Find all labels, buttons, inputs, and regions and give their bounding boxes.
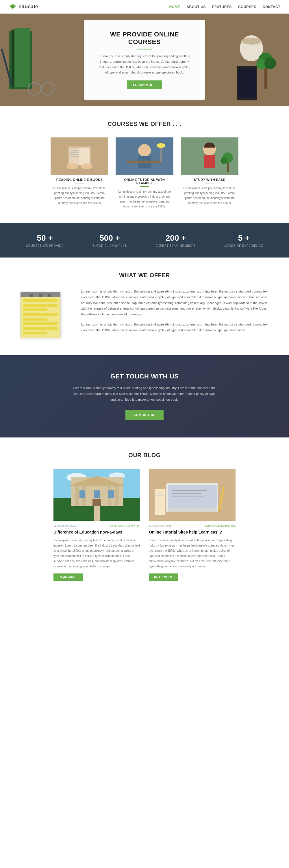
navbar: educate HOME ABOUT US FEATURES COURSES C… [0, 0, 289, 13]
svg-rect-25 [79, 148, 89, 165]
hero-section: WE PROVIDE ONLINE COURSES Lorem ipsum is… [0, 13, 289, 106]
course-card-1: ONLINE TUTORIAL WITH EXAMPLE Lorem ipsum… [116, 137, 173, 209]
blog-img-svg-1 [149, 469, 236, 521]
stat-item-3: 5 + YEARS OF EXPERIENCE [224, 234, 263, 247]
nav-contact[interactable]: CONTACT [263, 5, 280, 9]
svg-point-37 [157, 143, 165, 148]
blog-card-desc-1: Lorem ipsum is simply dummy text of the … [149, 538, 236, 569]
stats-section: 50 + COURSES WE PROVIDE 500 + TUTORIAL E… [0, 223, 289, 257]
svg-rect-56 [94, 490, 100, 498]
offer-paragraph-1: Lorem ipsum is simply dummy text of the … [81, 322, 272, 333]
stat-label-1: TUTORIAL EXAMPLES [93, 244, 127, 247]
blog-read-more-button-1[interactable]: READ MORE [149, 574, 178, 581]
svg-rect-58 [93, 499, 101, 506]
svg-rect-69 [155, 489, 165, 515]
offer-image [17, 289, 69, 341]
notepad-line [24, 304, 58, 307]
course-title-1: ONLINE TUTORIAL WITH EXAMPLE [116, 178, 173, 185]
stat-item-1: 500 + TUTORIAL EXAMPLES [93, 234, 127, 247]
offer-text: Lorem ipsum is simply dummy text of the … [81, 289, 272, 338]
notepad-line [24, 327, 58, 330]
svg-point-30 [67, 163, 78, 169]
notepad-illustration [20, 292, 61, 338]
blog-read-more-button-0[interactable]: READ MORE [53, 574, 83, 581]
course-image-2 [181, 137, 239, 175]
blog-card-title-1: Online Tutorial Sites help Learn easily [149, 529, 236, 535]
blog-img-svg-0 [53, 469, 140, 521]
blog-grid: 11 December, 2015 Lorem Ipsum Dummy Text… [11, 469, 278, 580]
nav-features[interactable]: FEATURES [212, 5, 232, 9]
blog-category-1: Lorem Ipsum Dummy Text [205, 524, 236, 527]
blog-meta-1: 11 December, 2015 Lorem Ipsum Dummy Text [149, 524, 236, 527]
svg-rect-53 [115, 486, 118, 506]
courses-grid: READING ONLINE E-BOOKS Lorem ipsum is si… [11, 137, 278, 209]
notepad-line [24, 322, 58, 325]
nav-courses[interactable]: COURSES [238, 5, 256, 9]
hero-cta-button[interactable]: LEARN MORE [127, 81, 162, 89]
blog-card-0: 11 December, 2015 Lorem Ipsum Dummy Text… [53, 469, 140, 580]
stat-item-2: 200 + EXPERT TEAM MEMBERS [156, 234, 196, 247]
svg-rect-35 [127, 161, 162, 163]
course-divider-2 [205, 183, 214, 183]
svg-rect-24 [69, 148, 79, 165]
course-title-0: READING ONLINE E-BOOKS [50, 178, 108, 181]
course-img-svg-1 [116, 137, 173, 175]
logo[interactable]: educate [9, 3, 38, 10]
nav-links: HOME ABOUT US FEATURES COURSES CONTACT [169, 5, 280, 9]
nav-home[interactable]: HOME [169, 5, 180, 9]
blog-card-title-0: Difference of Education now-a-days [53, 529, 140, 535]
nav-about[interactable]: ABOUT US [186, 5, 206, 9]
course-desc-2: Lorem ipsum is simply dummy text of the … [181, 186, 239, 206]
offer-paragraph-0: Lorem ipsum is simply dummy text of the … [81, 289, 272, 317]
stat-number-3: 5 + [224, 234, 263, 243]
course-card-2: STUDY WITH EASE Lorem ipsum is simply du… [181, 137, 239, 209]
offer-title: WHAT WE OFFER [17, 272, 272, 279]
touch-section: GET TOUCH WITH US Lorem ipsum is simply … [0, 355, 289, 437]
svg-rect-68 [168, 508, 217, 512]
notepad-line [24, 313, 58, 316]
notepad-lines [21, 292, 61, 339]
notepad-line [24, 318, 47, 320]
svg-rect-36 [160, 146, 162, 162]
notepad-rings [30, 294, 51, 297]
hero-description: Lorem ipsum is simply dummy text of the … [98, 54, 191, 75]
notepad-line [24, 308, 47, 311]
ring-2 [39, 294, 42, 297]
logo-icon [9, 3, 17, 10]
hero-title: WE PROVIDE ONLINE COURSES [98, 31, 191, 46]
blog-date-0: 11 December, 2015 [53, 524, 76, 527]
blog-card-desc-0: Lorem ipsum is simply dummy text of the … [53, 538, 140, 569]
blog-image-1 [149, 469, 236, 521]
svg-point-33 [138, 144, 151, 157]
course-image-0 [50, 137, 108, 175]
courses-section-title: COURSES WE OFFER . . . [11, 121, 278, 127]
stat-number-0: 50 + [26, 234, 64, 243]
course-divider-0 [75, 183, 84, 183]
blog-card-1: 11 December, 2015 Lorem Ipsum Dummy Text… [149, 469, 236, 580]
stat-label-0: COURSES WE PROVIDE [26, 244, 64, 247]
hero-overlay: WE PROVIDE ONLINE COURSES Lorem ipsum is… [0, 13, 289, 106]
blog-date-1: 11 December, 2015 [149, 524, 172, 527]
svg-rect-50 [75, 486, 79, 506]
course-card-0: READING ONLINE E-BOOKS Lorem ipsum is si… [50, 137, 108, 209]
blog-section: OUR BLOG [0, 437, 289, 595]
svg-rect-2 [12, 8, 13, 9]
stat-item-0: 50 + COURSES WE PROVIDE [26, 234, 64, 247]
courses-section: COURSES WE OFFER . . . [0, 106, 289, 223]
blog-category-0: Lorem Ipsum Dummy Text [110, 524, 140, 527]
course-img-svg-0 [50, 137, 108, 175]
touch-description: Lorem ipsum is simply dummy text of the … [72, 385, 217, 402]
ring-3 [48, 294, 51, 297]
course-image-1 [116, 137, 173, 175]
svg-point-31 [81, 163, 93, 169]
course-divider-1 [140, 186, 149, 187]
stat-number-2: 200 + [156, 234, 196, 243]
contact-us-button[interactable]: CONTACT US [125, 410, 164, 420]
hero-underline [137, 49, 152, 50]
ring-1 [30, 294, 33, 297]
svg-rect-40 [204, 155, 215, 168]
blog-meta-0: 11 December, 2015 Lorem Ipsum Dummy Text [53, 524, 140, 527]
hero-card: WE PROVIDE ONLINE COURSES Lorem ipsum is… [84, 20, 205, 99]
offer-section: WHAT WE OFFER [0, 257, 289, 355]
stat-label-2: EXPERT TEAM MEMBERS [156, 244, 196, 247]
